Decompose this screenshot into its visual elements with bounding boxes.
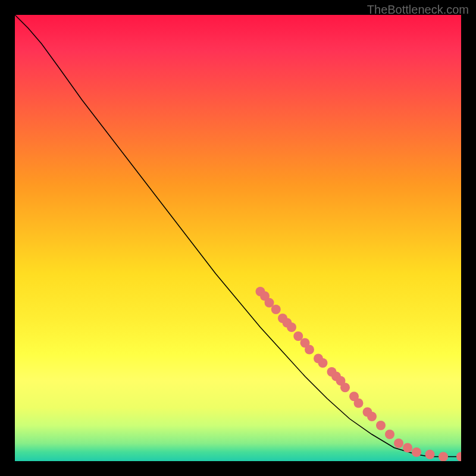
svg-point-11 [318,358,328,368]
svg-point-24 [412,447,421,457]
chart-line [15,15,461,457]
svg-point-3 [271,305,281,314]
svg-point-9 [305,345,314,355]
svg-point-22 [394,439,403,448]
svg-point-19 [367,412,377,421]
svg-point-26 [439,452,448,462]
watermark-text: TheBottleneck.com [367,3,469,17]
svg-point-15 [340,383,350,392]
svg-point-17 [354,399,364,408]
svg-point-21 [385,430,394,439]
chart-plot-area [15,15,461,461]
svg-point-27 [456,452,461,462]
svg-point-23 [403,443,412,453]
svg-point-6 [287,322,296,332]
chart-svg [15,15,461,461]
chart-scatter-points [256,287,462,461]
svg-point-25 [425,450,435,459]
svg-point-20 [376,421,386,430]
